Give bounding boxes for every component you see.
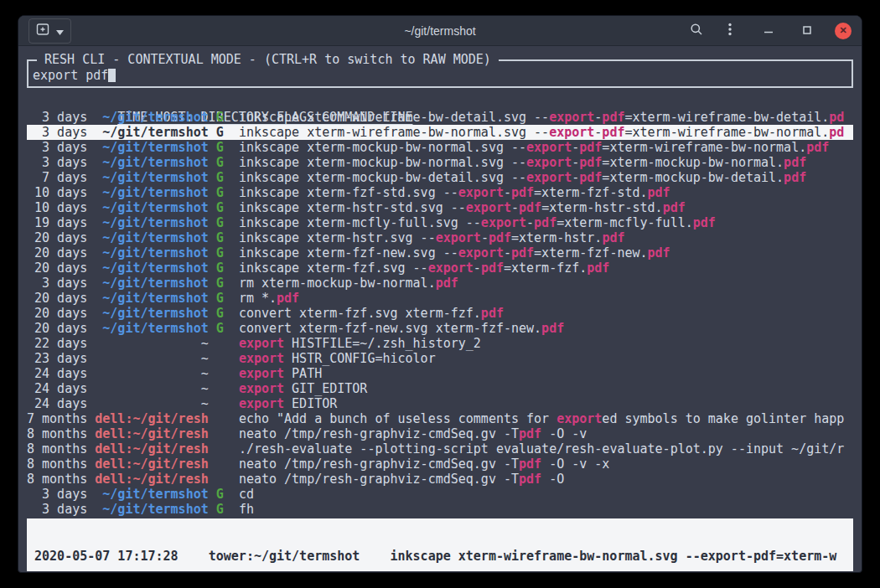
row-gap <box>209 140 216 155</box>
row-flags: G <box>216 502 224 517</box>
history-row[interactable]: 20 days ~/git/termshot G inkscape xterm-… <box>27 260 853 276</box>
row-time: 20 days <box>27 230 87 245</box>
command-text: - <box>594 125 602 140</box>
row-gap <box>209 411 216 426</box>
row-flags <box>216 336 224 351</box>
restore-icon <box>802 23 812 39</box>
history-row-selected[interactable]: 3 days ~/git/termshot G inkscape xterm-w… <box>27 125 853 140</box>
history-row[interactable]: 8 months dell:~/git/resh ./resh-evaluate… <box>27 441 853 456</box>
resh-search-box[interactable]: RESH CLI - CONTEXTUAL MODE - (CTRL+R to … <box>27 59 853 88</box>
command-match: export <box>481 215 526 230</box>
titlebar-left <box>28 18 221 44</box>
command-match: export <box>556 411 602 426</box>
command-text: neato /tmp/resh-graphviz-cmdSeq.gv -T <box>239 472 519 487</box>
row-gap <box>87 321 95 336</box>
history-row[interactable]: 20 days ~/git/termshot G convert xterm-f… <box>27 321 853 336</box>
history-row[interactable]: 24 days ~ export EDITOR <box>27 396 853 411</box>
row-gap <box>224 200 239 215</box>
history-row[interactable]: 23 days ~ export HSTR_CONFIG=hicolor <box>27 351 853 366</box>
row-gap <box>87 291 95 306</box>
history-row[interactable]: 3 days ~/git/termshot G fh <box>27 502 853 517</box>
row-gap <box>87 396 95 411</box>
command-text: ed symbols to make golinter happ <box>602 411 844 426</box>
close-icon: ✕ <box>839 25 846 36</box>
row-time: 3 days <box>27 276 87 291</box>
row-gap <box>224 245 239 260</box>
row-gap <box>95 336 200 351</box>
row-gap <box>87 170 95 185</box>
command-text: HSTR_CONFIG=hicolor <box>284 351 436 366</box>
menu-button[interactable] <box>719 20 741 42</box>
row-gap <box>209 321 216 336</box>
command-text: HISTFILE=~/.zsh_history_2 <box>284 336 481 351</box>
command-text: - <box>474 260 481 276</box>
text-cursor <box>108 69 116 82</box>
row-gap <box>209 125 216 140</box>
history-row[interactable]: 7 days ~/git/termshot G inkscape xterm-m… <box>27 170 853 185</box>
row-gap <box>209 215 216 230</box>
row-gap <box>224 396 239 411</box>
history-row[interactable]: 20 days ~/git/termshot G inkscape xterm-… <box>27 230 853 245</box>
restore-button[interactable] <box>796 20 818 42</box>
command-text: - <box>572 155 579 170</box>
titlebar[interactable]: ~/git/termshot <box>18 16 862 46</box>
row-time: 20 days <box>27 306 87 321</box>
history-header-row: TIME HOST: DIRECTORY FLAGS COMMAND-LINE <box>27 95 853 110</box>
row-time: 8 months <box>27 426 87 441</box>
history-row[interactable]: 20 days ~/git/termshot G rm *.pdf <box>27 291 853 306</box>
minimize-button[interactable] <box>758 20 779 42</box>
history-list: 3 days ~/git/termshot G inkscape xterm-w… <box>27 110 853 517</box>
detail-panel: 2020-05-07 17:17:28 tower:~/git/termshot… <box>27 518 853 571</box>
history-row[interactable]: 3 days ~/git/termshot G inkscape xterm-m… <box>27 140 853 155</box>
row-flags: G <box>216 155 224 170</box>
command-match: pdf <box>587 260 609 276</box>
command-match: pdf <box>784 155 806 170</box>
command-match: export <box>239 396 284 411</box>
history-row[interactable]: 8 months dell:~/git/resh neato /tmp/resh… <box>27 472 853 487</box>
row-time: 7 months <box>27 411 87 426</box>
row-gap <box>224 230 239 245</box>
row-gap <box>87 260 95 276</box>
row-gap <box>87 230 95 245</box>
row-time: 20 days <box>27 291 87 306</box>
row-gap <box>87 200 95 215</box>
history-row[interactable]: 20 days ~/git/termshot G convert xterm-f… <box>27 306 853 321</box>
history-row[interactable]: 8 months dell:~/git/resh neato /tmp/resh… <box>27 426 853 441</box>
history-row[interactable]: 8 months dell:~/git/resh neato /tmp/resh… <box>27 456 853 472</box>
command-match: export <box>436 230 481 245</box>
history-row[interactable]: 19 days ~/git/termshot G inkscape xterm-… <box>27 215 853 230</box>
row-gap <box>87 487 95 502</box>
history-row[interactable]: 24 days ~ export GIT_EDITOR <box>27 381 853 396</box>
row-time: 8 months <box>27 456 87 472</box>
command-match: export <box>526 170 572 185</box>
search-button[interactable] <box>686 20 707 42</box>
row-gap <box>224 155 239 170</box>
history-row[interactable]: 3 days ~/git/termshot G inkscape xterm-m… <box>27 155 853 170</box>
history-row[interactable]: 20 days ~/git/termshot G inkscape xterm-… <box>27 245 853 260</box>
row-gap <box>87 456 95 472</box>
close-button[interactable]: ✕ <box>835 23 852 39</box>
command-match: pd <box>829 125 844 140</box>
search-query-line[interactable]: export pdf <box>33 68 847 83</box>
command-text: -O -v -x <box>541 456 609 472</box>
history-row[interactable]: 7 months dell:~/git/resh echo "Add a bun… <box>27 411 853 426</box>
new-tab-button[interactable] <box>28 18 71 44</box>
history-row[interactable]: 22 days ~ export HISTFILE=~/.zsh_history… <box>27 336 853 351</box>
command-match: export <box>466 200 511 215</box>
row-gap <box>87 381 95 396</box>
history-row[interactable]: 10 days ~/git/termshot G inkscape xterm-… <box>27 185 853 200</box>
row-gap <box>87 276 95 291</box>
history-row[interactable]: 10 days ~/git/termshot G inkscape xterm-… <box>27 200 853 215</box>
row-flags <box>216 411 224 426</box>
command-text: inkscape xterm-fzf.svg -- <box>239 260 428 276</box>
row-flags: G <box>216 170 224 185</box>
history-row[interactable]: 3 days ~/git/termshot G cd <box>27 487 853 502</box>
command-match: pdf <box>511 185 534 200</box>
history-row[interactable]: 3 days ~/git/termshot G inkscape xterm-w… <box>27 110 853 125</box>
row-time: 23 days <box>27 351 87 366</box>
history-row[interactable]: 3 days ~/git/termshot G rm xterm-mockup-… <box>27 276 853 291</box>
command-text: inkscape xterm-hstr-std.svg -- <box>239 200 466 215</box>
row-flags: G <box>216 276 224 291</box>
row-time: 3 days <box>27 125 87 140</box>
history-row[interactable]: 24 days ~ export PATH <box>27 366 853 381</box>
